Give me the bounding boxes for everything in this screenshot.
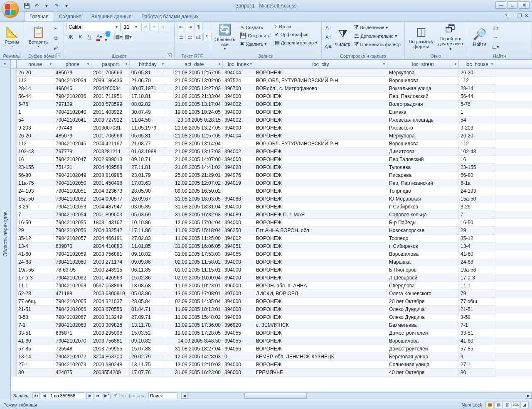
cell-loc-index[interactable]: 394002 [223,100,254,108]
cell-house[interactable]: 13-14 [17,353,54,361]
cell-loc-street[interactable]: Писарева [387,171,459,179]
cell-act-date[interactable]: 11.09.2005 17:28:05 [166,329,223,337]
cell-loc-city[interactable]: ВОРОНЕЖ [254,100,387,108]
cell-loc-street[interactable]: Меркулова [387,132,459,140]
cell-loc-house[interactable]: 29 [459,227,495,235]
more-records-button[interactable]: ▤Дополнительно ▾ [273,39,319,46]
cell-loc-index[interactable]: 396000 [223,282,254,290]
cell-loc-city[interactable]: ВОРОНЕЖ [254,164,387,171]
cell-pasport[interactable]: 2004 410880 [91,242,130,250]
cell-loc-house[interactable]: 16-50 [459,219,495,227]
cell-loc-street[interactable]: Л.Шевцовой [387,274,459,282]
cell-birthday[interactable]: 05.05.81 [130,132,166,140]
cell-loc-street[interactable]: Новокапорская [387,227,459,235]
cell-loc-index[interactable] [223,140,254,148]
cell-loc-house[interactable]: 15а-50 [459,195,495,203]
cell-act-date[interactable]: 31.08.2005 18:27:04 [166,345,223,353]
cell-act-date[interactable]: 09.09.2005 16:50:02 [166,187,223,195]
cell-loc-city[interactable]: ВОРОНЕЖ [254,93,387,100]
cell-house[interactable]: 11-1 [17,282,54,290]
cell-birthday[interactable]: 17.03.63 [130,179,166,187]
undo-caret[interactable]: ▾ [42,2,51,10]
table-row[interactable]: 16790421020472002 98901309.10.7121.08.20… [11,156,532,164]
cell-birthday[interactable]: 30.07.1971 [130,85,166,93]
cell-house[interactable]: 24-68 [17,258,54,266]
cell-house[interactable]: 27-1 [17,361,54,369]
table-row[interactable]: 54790421020412003 72791211.04.5823.08.20… [11,116,532,124]
cell-act-date[interactable]: 11.09.2005 17:36:00 [166,321,223,329]
filter-button[interactable]: ⧩ Фильтр [334,23,351,51]
cell-phone[interactable]: 79042102070 [54,337,91,345]
col-house[interactable]: house▼ [17,60,54,69]
cell-house[interactable]: 7-1 [17,321,54,329]
table-row[interactable]: 7790421020542001 89900305.03.6931.08.200… [11,211,532,219]
cell-birthday[interactable]: 06.11.85 [130,266,166,274]
cell-birthday[interactable]: 15.07.88 [130,345,166,353]
selection-filter-button[interactable]: ⧩Выделение ▾ [353,24,402,31]
cell-pasport[interactable]: 2004 090577 [91,195,130,203]
cell-loc-house[interactable]: 112 [459,140,495,148]
cell-phone[interactable]: 79042102054 [54,211,91,219]
sort-asc-icon[interactable]: A↓ [324,24,332,32]
cell-loc-street[interactable]: Свердлова [387,282,459,290]
cell-phone[interactable]: 496046 [54,85,91,93]
row-header[interactable] [11,282,17,290]
cell-phone[interactable]: 79042102050 [54,179,91,187]
cell-phone[interactable]: 79042102073 [54,361,91,369]
paste-button[interactable]: 📋 Вставить▾ [27,23,50,51]
cell-loc-house[interactable]: 11-1 [459,282,495,290]
cell-pasport[interactable]: 2001 899003 [91,211,130,219]
cell-pasport[interactable]: 2004260034 [91,85,130,93]
cell-act-date[interactable]: 31.08.2005 18:31:04 [166,203,223,211]
cell-phone[interactable]: 639070 [54,242,91,250]
cell-act-date[interactable]: 01.09.2005 11:15:01 [166,266,223,274]
cell-birthday[interactable]: 20.02.79 [130,353,166,361]
doc-restore-button[interactable]: ❐ [517,13,522,19]
maximize-button[interactable]: □ [507,1,518,9]
cell-loc-city[interactable]: ВОРОНЕЖ [254,219,387,227]
cell-loc-street[interactable]: г. Сибиряков [387,242,459,250]
cell-loc-street[interactable]: Пер.Таловский [387,156,459,164]
bullets-icon[interactable]: ☰ [177,33,185,41]
cell-house[interactable]: 102-43 [17,148,54,156]
cell-loc-city[interactable]: ВОРОНЕЖ [254,148,387,156]
cell-loc-city[interactable]: ВОРОНЕЖ [254,156,387,164]
row-header[interactable] [11,361,17,369]
tab-external-data[interactable]: Внешние данные [86,12,137,21]
bold-icon[interactable]: Ж [66,33,75,41]
cell-house[interactable]: 56-44 [17,93,54,100]
cell-pasport[interactable]: 2001 706966 [91,132,130,140]
cell-house[interactable]: 33-51 [17,329,54,337]
cell-pasport[interactable]: 2002 989013 [91,156,130,164]
sql-view-button[interactable]: SQL [512,402,520,408]
cell-loc-city[interactable]: ВОР.обл., с. Митрофаново [254,85,387,93]
cell-house[interactable]: 5-76 [17,100,54,108]
scroll-right-button[interactable]: ▶ [525,393,532,399]
cell-loc-house[interactable]: 13-4 [459,242,495,250]
col-phone[interactable]: phone▼ [54,60,91,69]
table-row[interactable]: 35-12790421020572004 46618127.02.8311.09… [11,235,532,242]
row-header[interactable] [11,132,17,140]
clear-sort-icon[interactable]: A✖ [324,43,332,51]
cell-house[interactable]: 16 [17,156,54,164]
cell-loc-house[interactable]: 79 [459,290,495,298]
cell-loc-house[interactable]: 54 [459,116,495,124]
row-header[interactable] [11,77,17,85]
totals-button[interactable]: Σ Итоги [273,24,319,29]
cell-act-date[interactable]: 12.09.2005 12:07:02 [166,179,223,187]
cell-phone[interactable]: 79042102052 [54,195,91,203]
cell-loc-house[interactable]: 7 [459,211,495,219]
cell-loc-index[interactable]: 396700 [223,85,254,93]
cell-loc-city[interactable]: ВОРОН. обл. п. АННА [254,282,387,290]
cell-loc-city[interactable]: ВОРОНЕЖ [254,258,387,266]
cell-birthday[interactable]: 18.08.68 [130,282,166,290]
cell-loc-house[interactable]: 33-51 [459,329,495,337]
office-button[interactable] [2,1,19,18]
cell-pasport[interactable]: 2099 186436 [91,77,130,85]
table-row[interactable]: 26-204856732001 70696605.05.8121.08.2005… [11,69,532,77]
cell-house[interactable]: 15а-50 [17,195,54,203]
table-row[interactable]: 41-60790421020592003 75688109.10.8231.08… [11,250,532,258]
cell-loc-street[interactable]: Топрпедо [387,187,459,195]
cell-loc-house[interactable]: 57-85 [459,345,495,353]
scroll-thumb[interactable] [244,393,307,399]
